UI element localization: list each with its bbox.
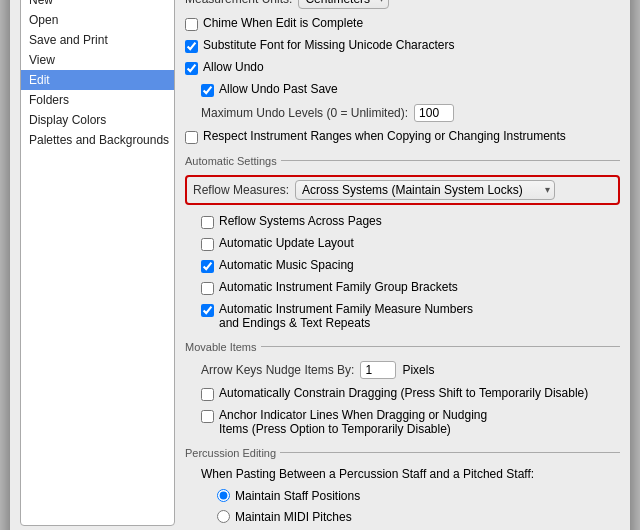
chime-label: Chime When Edit is Complete — [203, 16, 363, 30]
anchor-checkbox[interactable] — [201, 410, 214, 423]
main-panel: Measurement Units: Centimeters Chime Whe… — [185, 0, 620, 526]
auto-update-label: Automatic Update Layout — [219, 236, 354, 250]
auto-constrain-label: Automatically Constrain Dragging (Press … — [219, 386, 588, 400]
substitute-row: Substitute Font for Missing Unicode Char… — [185, 38, 620, 53]
percussion-section: Percussion Editing — [185, 447, 620, 459]
respect-row: Respect Instrument Ranges when Copying o… — [185, 129, 620, 144]
maintain-staff-label: Maintain Staff Positions — [235, 489, 360, 503]
respect-checkbox[interactable] — [185, 131, 198, 144]
movable-section: Movable Items — [185, 341, 620, 353]
automatic-settings-section: Automatic Settings — [185, 155, 620, 167]
sidebar-item-folders[interactable]: Folders — [21, 90, 174, 110]
max-undo-row: Maximum Undo Levels (0 = Unlimited): — [201, 104, 620, 122]
pasting-label: When Pasting Between a Percussion Staff … — [201, 467, 534, 481]
reflow-box: Reflow Measures: Across Systems (Maintai… — [185, 175, 620, 205]
anchor-label: Anchor Indicator Lines When Dragging or … — [219, 408, 487, 436]
maintain-midi-label: Maintain MIDI Pitches — [235, 510, 352, 524]
maintain-staff-row: Maintain Staff Positions — [217, 489, 620, 503]
sidebar-item-view[interactable]: View — [21, 50, 174, 70]
measurement-label: Measurement Units: — [185, 0, 292, 6]
reflow-systems-row: Reflow Systems Across Pages — [201, 214, 620, 229]
sidebar-item-edit[interactable]: Edit — [21, 70, 174, 90]
chime-row: Chime When Edit is Complete — [185, 16, 620, 31]
automatic-settings-label: Automatic Settings — [185, 155, 277, 167]
sidebar-item-save-print[interactable]: Save and Print — [21, 30, 174, 50]
sidebar: New Open Save and Print View Edit Folder… — [20, 0, 175, 526]
reflow-select[interactable]: Across Systems (Maintain System Locks) — [295, 180, 555, 200]
reflow-systems-checkbox[interactable] — [201, 216, 214, 229]
sidebar-item-open[interactable]: Open — [21, 10, 174, 30]
reflow-systems-label: Reflow Systems Across Pages — [219, 214, 382, 228]
max-undo-label: Maximum Undo Levels (0 = Unlimited): — [201, 106, 408, 120]
allow-undo-label: Allow Undo — [203, 60, 264, 74]
substitute-label: Substitute Font for Missing Unicode Char… — [203, 38, 454, 52]
auto-update-row: Automatic Update Layout — [201, 236, 620, 251]
anchor-row: Anchor Indicator Lines When Dragging or … — [201, 408, 620, 436]
auto-family-label: Automatic Instrument Family Group Bracke… — [219, 280, 458, 294]
sidebar-item-new[interactable]: New — [21, 0, 174, 10]
auto-constrain-row: Automatically Constrain Dragging (Press … — [201, 386, 620, 401]
movable-label: Movable Items — [185, 341, 257, 353]
arrow-keys-input[interactable] — [360, 361, 396, 379]
auto-numbers-label: Automatic Instrument Family Measure Numb… — [219, 302, 473, 330]
reflow-label: Reflow Measures: — [193, 183, 289, 197]
respect-label: Respect Instrument Ranges when Copying o… — [203, 129, 566, 143]
measurement-row: Measurement Units: Centimeters — [185, 0, 620, 9]
auto-music-row: Automatic Music Spacing — [201, 258, 620, 273]
auto-music-label: Automatic Music Spacing — [219, 258, 354, 272]
auto-numbers-checkbox[interactable] — [201, 304, 214, 317]
reflow-select-wrapper: Across Systems (Maintain System Locks) — [295, 180, 555, 200]
arrow-keys-row: Arrow Keys Nudge Items By: Pixels — [201, 361, 620, 379]
auto-constrain-checkbox[interactable] — [201, 388, 214, 401]
sidebar-item-display-colors[interactable]: Display Colors — [21, 110, 174, 130]
auto-music-checkbox[interactable] — [201, 260, 214, 273]
auto-family-row: Automatic Instrument Family Group Bracke… — [201, 280, 620, 295]
measurement-select[interactable]: Centimeters — [298, 0, 389, 9]
maintain-midi-radio[interactable] — [217, 510, 230, 523]
allow-undo-checkbox[interactable] — [185, 62, 198, 75]
maintain-midi-row: Maintain MIDI Pitches — [217, 510, 620, 524]
pixels-label: Pixels — [402, 363, 434, 377]
allow-undo-past-row: Allow Undo Past Save — [201, 82, 620, 97]
percussion-label: Percussion Editing — [185, 447, 276, 459]
arrow-keys-label: Arrow Keys Nudge Items By: — [201, 363, 354, 377]
max-undo-input[interactable] — [414, 104, 454, 122]
sidebar-item-palettes[interactable]: Palettes and Backgrounds — [21, 130, 174, 150]
maintain-staff-radio[interactable] — [217, 489, 230, 502]
auto-numbers-row: Automatic Instrument Family Measure Numb… — [201, 302, 620, 330]
substitute-checkbox[interactable] — [185, 40, 198, 53]
auto-family-checkbox[interactable] — [201, 282, 214, 295]
auto-update-checkbox[interactable] — [201, 238, 214, 251]
preferences-dialog: Preferences – Edit New Open Save and Pri… — [10, 0, 630, 530]
allow-undo-row: Allow Undo — [185, 60, 620, 75]
measurement-select-wrapper: Centimeters — [298, 0, 389, 9]
chime-checkbox[interactable] — [185, 18, 198, 31]
allow-undo-past-label: Allow Undo Past Save — [219, 82, 338, 96]
allow-undo-past-checkbox[interactable] — [201, 84, 214, 97]
